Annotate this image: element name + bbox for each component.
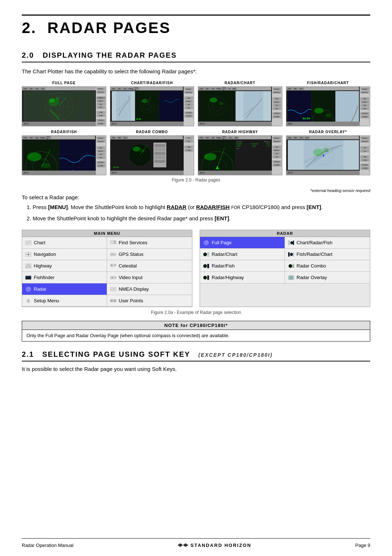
userpoints-icon: •• •• bbox=[110, 298, 117, 303]
svg-point-108 bbox=[203, 253, 207, 256]
chapter-title-text: RADAR PAGES bbox=[47, 19, 171, 36]
svg-rect-22 bbox=[243, 91, 263, 121]
chapter-number: 2. bbox=[22, 19, 37, 36]
radar-menu-ro[interactable]: Radar Overlay bbox=[285, 272, 370, 283]
highway-label: RADAR HIGHWAY bbox=[222, 130, 258, 134]
rf-menu-icon bbox=[203, 263, 209, 269]
svg-point-115 bbox=[289, 264, 292, 268]
svg-line-8 bbox=[59, 97, 66, 106]
radar-menu-full-page[interactable]: Full Page bbox=[200, 237, 285, 249]
frc-label: FISH/RADAR/CHART bbox=[307, 81, 349, 85]
section-20: 2.0 DISPLAYING THE RADAR PAGES The Chart… bbox=[22, 51, 370, 342]
chart-icon bbox=[25, 240, 32, 245]
menu-item-find-services[interactable]: Find Services bbox=[107, 237, 192, 249]
radar-menu-combo[interactable]: Radar Combo bbox=[285, 260, 370, 272]
radar-img-highway: RADAR HIGHWAY 4 Nm Off Off Relative Head… bbox=[198, 130, 282, 175]
svg-point-117 bbox=[203, 276, 207, 279]
celestial-icon bbox=[110, 263, 117, 269]
menu-item-chart[interactable]: Chart bbox=[22, 237, 107, 249]
crf-menu-icon bbox=[288, 240, 294, 245]
svg-marker-122 bbox=[177, 543, 183, 547]
menu-item-celestial[interactable]: Celestial bbox=[107, 260, 192, 272]
radar-menu-rc[interactable]: Radar/Chart bbox=[200, 249, 285, 260]
note-title: NOTE for CP180/CP180i* bbox=[22, 321, 370, 330]
svg-point-20 bbox=[209, 98, 217, 103]
svg-point-31 bbox=[41, 163, 50, 168]
highway-screen: 4 Nm Off Off Relative Head Up 12 300 bbox=[198, 135, 282, 175]
svg-point-30 bbox=[27, 152, 41, 161]
note-content: Only the Full Page and Radar Overlay Pag… bbox=[22, 330, 370, 341]
svg-rect-64 bbox=[114, 241, 116, 242]
radar-menu-crf[interactable]: Chart/Radar/Fish bbox=[285, 237, 370, 249]
video-icon bbox=[110, 275, 117, 280]
rc-screen: 4 Nm Off Off Relative Head Up 12 300 bbox=[198, 86, 282, 126]
intro-text: The Chart Plotter has the capability to … bbox=[22, 68, 197, 74]
radar-menu-frc[interactable]: Fish/Radar/Chart bbox=[285, 249, 370, 260]
menu-item-highway[interactable]: Highway bbox=[22, 260, 107, 272]
svg-rect-48 bbox=[154, 156, 165, 159]
ro-menu-label: Radar Overlay bbox=[297, 275, 327, 280]
menu-item-nmea[interactable]: NMEA Display bbox=[107, 283, 192, 295]
svg-point-95 bbox=[28, 300, 29, 301]
menu-item-setup[interactable]: Setup Menu bbox=[22, 295, 107, 307]
svg-rect-110 bbox=[288, 252, 290, 257]
full-page-label: FULL PAGE bbox=[52, 81, 76, 85]
note-box: NOTE for CP180/CP180i* Only the Full Pag… bbox=[22, 321, 370, 342]
highway-icon bbox=[25, 263, 32, 269]
video-label: Video Input bbox=[119, 275, 143, 280]
footer-page-number: Page 9 bbox=[355, 543, 370, 548]
menu-item-video[interactable]: Video Input bbox=[107, 272, 192, 283]
intro-paragraph: The Chart Plotter has the capability to … bbox=[22, 68, 370, 74]
section-21-subtitle: (EXCEPT CP180/CP180i) bbox=[198, 352, 273, 358]
menu-item-userpoints[interactable]: •• •• User Points bbox=[107, 295, 192, 307]
section-20-number: 2.0 bbox=[22, 51, 34, 59]
full-page-screen: 4 Nm Off Off True bbox=[22, 86, 106, 126]
navigation-icon bbox=[25, 252, 32, 257]
radar-menu-rh[interactable]: Radar/Highway bbox=[200, 272, 285, 283]
fish-icon bbox=[25, 275, 32, 280]
radar-icon bbox=[25, 287, 32, 292]
radar-img-radar-chart: RADAR/CHART 4 Nm Off Off Relative Head U… bbox=[198, 81, 282, 126]
radar-menu-rf[interactable]: Radar/Fish bbox=[200, 260, 285, 272]
select-instruction: To select a Radar page: bbox=[22, 194, 370, 200]
menu-item-navigation[interactable]: Navigation bbox=[22, 249, 107, 260]
ent-key-2: [ENT] bbox=[215, 215, 229, 221]
nmea-label: NMEA Display bbox=[119, 286, 149, 292]
svg-rect-45 bbox=[154, 144, 165, 147]
svg-point-25 bbox=[314, 108, 324, 114]
svg-point-52 bbox=[204, 153, 216, 160]
svg-text:••: •• bbox=[111, 300, 113, 302]
svg-rect-116 bbox=[293, 264, 294, 268]
svg-rect-65 bbox=[114, 242, 116, 244]
radar-menu-box: RADAR Full Page bbox=[200, 230, 370, 307]
svg-point-86 bbox=[111, 277, 113, 278]
page-footer: Radar Operation Manual STANDARD HORIZON … bbox=[22, 538, 370, 549]
svg-rect-112 bbox=[293, 252, 294, 257]
crf-screen: 4 Nm Off True Relative Head Up bbox=[110, 86, 195, 126]
setup-icon bbox=[25, 298, 32, 303]
menu-item-fishfinder[interactable]: Fishfinder bbox=[22, 272, 107, 283]
menu-key-1: [MENU] bbox=[48, 204, 68, 210]
svg-point-21 bbox=[219, 102, 223, 105]
instruction-steps: Press [MENU]. Move the ShuttlePoint knob… bbox=[33, 203, 370, 222]
svg-point-57 bbox=[323, 148, 328, 152]
section-21-number: 2.1 bbox=[22, 350, 34, 358]
menu-item-gps[interactable]: GPS Status bbox=[107, 249, 192, 260]
ent-key-1: [ENT] bbox=[307, 204, 321, 210]
radar-img-fish-radar-chart: FISH/RADAR/CHART 4 Nm Off True bbox=[286, 81, 371, 126]
svg-point-113 bbox=[203, 264, 207, 268]
crf-menu-label: Chart/Radar/Fish bbox=[297, 240, 332, 245]
rh-menu-icon bbox=[203, 275, 209, 280]
svg-rect-114 bbox=[207, 264, 209, 268]
footer-logo bbox=[177, 541, 188, 549]
standard-horizon-logo-icon bbox=[177, 541, 188, 549]
menu-item-radar[interactable]: Radar bbox=[22, 283, 107, 295]
step-1: Press [MENU]. Move the ShuttlePoint knob… bbox=[33, 203, 370, 212]
radar-img-overlay: RADAR OVERLAY* 4 Nm Off Off True bbox=[286, 130, 371, 175]
footer-brand-text: STANDARD HORIZON bbox=[191, 543, 252, 548]
ro-menu-icon bbox=[288, 275, 294, 280]
section-21: 2.1 SELECTING PAGE USING SOFT KEY (EXCEP… bbox=[22, 350, 370, 372]
frc-menu-icon bbox=[288, 252, 294, 257]
radar-menu-items-grid: Full Page Chart/Radar/Fish bbox=[200, 237, 370, 283]
svg-point-7 bbox=[56, 97, 59, 100]
